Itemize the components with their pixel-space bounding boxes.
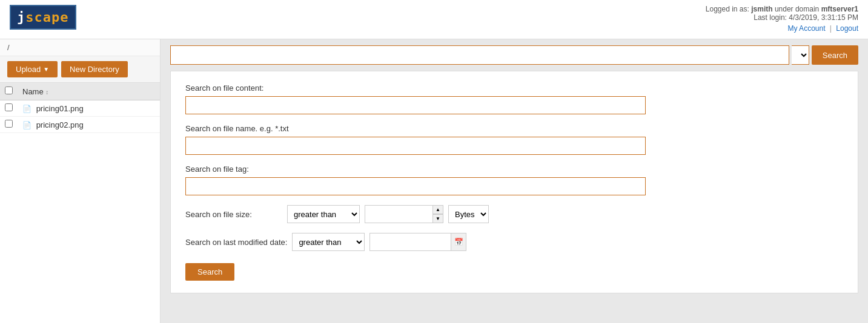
row-checkbox-cell xyxy=(0,100,18,117)
separator: | xyxy=(830,24,832,33)
file-tag-input[interactable] xyxy=(185,177,646,195)
last-modified-comparator-select[interactable]: greater thanless thanequal to xyxy=(292,233,365,251)
file-icon: 📄 xyxy=(22,105,31,113)
file-tag-group: Search on file tag: xyxy=(185,165,843,195)
header-info: Logged in as: jsmith under domain mftser… xyxy=(706,5,858,33)
main-container: / Upload ▼ New Directory Name ↕ xyxy=(0,39,868,323)
file-name-group: Search on file name. e.g. *.txt xyxy=(185,124,843,155)
last-modified-group: Search on last modified date: greater th… xyxy=(185,233,843,251)
calendar-icon: 📅 xyxy=(454,238,463,246)
file-content-group: Search on file content: xyxy=(185,83,843,114)
date-input-wrap: 📅 xyxy=(369,233,466,251)
search-top-input[interactable] xyxy=(170,45,789,65)
row-name-cell: 📄 pricing02.png xyxy=(18,117,160,133)
logout-link[interactable]: Logout xyxy=(836,24,858,33)
calendar-icon-button[interactable]: 📅 xyxy=(451,233,466,251)
logo-text: jscape xyxy=(17,10,69,25)
file-size-label: Search on file size: xyxy=(185,210,282,219)
sidebar: / Upload ▼ New Directory Name ↕ xyxy=(0,39,161,323)
file-content-label: Search on file content: xyxy=(185,83,843,93)
upload-chevron-icon: ▼ xyxy=(43,66,49,73)
file-size-comparator-select[interactable]: greater thanless thanequal to xyxy=(287,205,360,223)
file-tag-label: Search on file tag: xyxy=(185,165,843,174)
last-login-value: 4/3/2019, 3:31:15 PM xyxy=(789,13,858,22)
domain: mftserver1 xyxy=(821,5,858,13)
file-size-decrement-button[interactable]: ▼ xyxy=(432,214,443,223)
logo: jscape xyxy=(10,5,76,30)
name-sort-icon: ↕ xyxy=(45,89,48,96)
file-name-label: Search on file name. e.g. *.txt xyxy=(185,124,843,133)
select-all-header xyxy=(0,83,18,100)
file-size-spinner: ▲ ▼ xyxy=(432,205,443,223)
row-checkbox-cell xyxy=(0,117,18,133)
search-top-button[interactable]: Search xyxy=(812,45,858,65)
file-name[interactable]: pricing01.png xyxy=(36,104,84,113)
login-info-label: Logged in as: xyxy=(706,5,749,13)
advanced-search-panel: Search on file content: Search on file n… xyxy=(170,71,858,293)
toolbar: Upload ▼ New Directory xyxy=(0,56,160,83)
username: jsmith xyxy=(751,5,772,13)
file-table: Name ↕ 📄 pricing01.png 📄 pricing02.png xyxy=(0,83,160,133)
file-name-input[interactable] xyxy=(185,137,646,155)
table-row: 📄 pricing01.png xyxy=(0,100,160,117)
file-size-group: Search on file size: greater thanless th… xyxy=(185,205,843,223)
name-column-header: Name ↕ xyxy=(18,83,160,100)
upload-label: Upload xyxy=(16,65,41,74)
search-main-button[interactable]: Search xyxy=(185,263,234,281)
file-size-number-wrap: ▲ ▼ xyxy=(365,205,443,223)
file-size-increment-button[interactable]: ▲ xyxy=(432,205,443,214)
row-checkbox[interactable] xyxy=(5,103,13,111)
row-checkbox[interactable] xyxy=(5,120,13,128)
file-size-number-input[interactable] xyxy=(365,205,443,223)
my-account-link[interactable]: My Account xyxy=(787,24,825,33)
row-name-cell: 📄 pricing01.png xyxy=(18,100,160,117)
name-col-label: Name xyxy=(22,87,44,96)
header: jscape Logged in as: jsmith under domain… xyxy=(0,0,868,39)
file-size-unit-select[interactable]: BytesKBMBGB xyxy=(448,205,489,223)
search-bar-container: Search xyxy=(161,39,868,71)
new-directory-button[interactable]: New Directory xyxy=(61,61,128,77)
last-login-label: Last login: xyxy=(754,13,787,22)
table-row: 📄 pricing02.png xyxy=(0,117,160,133)
file-icon: 📄 xyxy=(22,121,31,129)
domain-label: under domain xyxy=(775,5,821,13)
search-top-select[interactable] xyxy=(792,45,809,65)
upload-button[interactable]: Upload ▼ xyxy=(7,61,58,77)
select-all-checkbox[interactable] xyxy=(5,86,13,94)
file-content-input[interactable] xyxy=(185,96,646,114)
right-panel: Search Search on file content: Search on… xyxy=(161,39,868,323)
last-modified-label: Search on last modified date: xyxy=(185,238,287,247)
breadcrumb: / xyxy=(0,39,160,56)
file-name[interactable]: pricing02.png xyxy=(36,120,84,129)
